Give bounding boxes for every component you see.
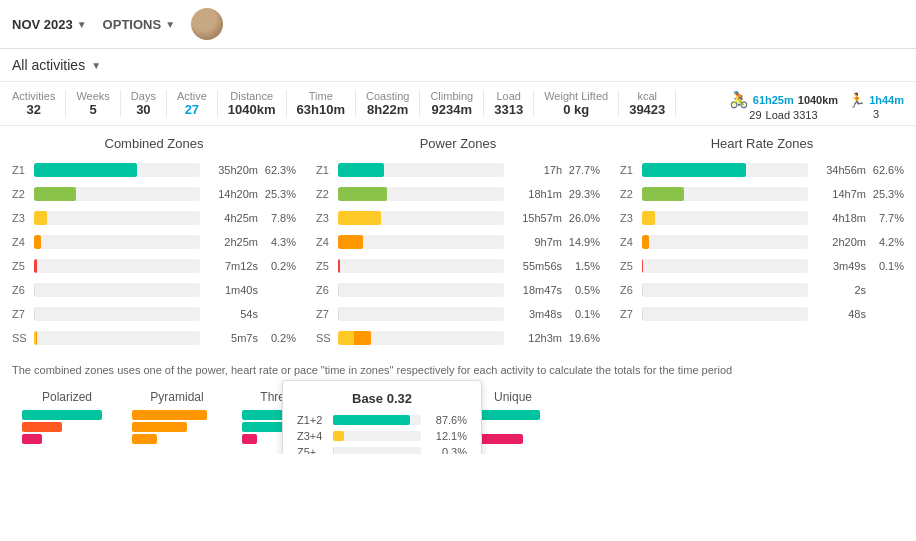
stat-days-value: 30: [136, 102, 150, 117]
stat-weight-value: 0 kg: [563, 102, 589, 117]
stat-days-label: Days: [131, 90, 156, 102]
dist-polarized-bars: [22, 410, 112, 444]
zone-row: Z7 3m48s 0.1%: [316, 303, 600, 325]
zones-description: The combined zones uses one of the power…: [12, 363, 904, 378]
zone-row: Z6 1m40s: [12, 279, 296, 301]
zone-row: Z3 4h18m 7.7%: [620, 207, 904, 229]
bike-icon: 🚴: [729, 90, 749, 109]
stat-coasting: Coasting 8h22m: [356, 90, 420, 117]
stat-kcal-value: 39423: [629, 102, 665, 117]
stat-weeks: Weeks 5: [66, 90, 120, 117]
tooltip-row: Z1+2 87.6%: [297, 414, 467, 426]
stat-active-value: 27: [185, 102, 199, 117]
combined-zones: Combined Zones Z1 35h20m 62.3% Z2 14h20m…: [12, 136, 296, 351]
stat-distance-value: 1040km: [228, 102, 276, 117]
zone-row: Z5 55m56s 1.5%: [316, 255, 600, 277]
options-chevron: ▼: [165, 19, 175, 30]
stat-time-value: 63h10m: [297, 102, 345, 117]
zone-row: Z2 14h20m 25.3%: [12, 183, 296, 205]
app-container: NOV 2023 ▼ OPTIONS ▼ All activities ▼ Ac…: [0, 0, 916, 454]
stat-weeks-value: 5: [90, 102, 97, 117]
activities-filter-bar: All activities ▼: [0, 49, 916, 82]
date-label: NOV 2023: [12, 17, 73, 32]
stat-activities-value: 32: [26, 102, 40, 117]
zone-row: Z5 3m49s 0.1%: [620, 255, 904, 277]
stat-activities-label: Activities: [12, 90, 55, 102]
dist-pyramidal: Pyramidal: [122, 390, 232, 444]
tooltip-row: Z3+4 12.1%: [297, 430, 467, 442]
stat-distance-label: Distance: [230, 90, 273, 102]
zone-row: SS 12h3m 19.6%: [316, 327, 600, 349]
stat-climbing: Climbing 9234m: [420, 90, 484, 117]
combined-zones-title: Combined Zones: [12, 136, 296, 151]
activities-chevron[interactable]: ▼: [91, 60, 101, 71]
tooltip-row: Z5+ 0.3%: [297, 446, 467, 454]
zone-row: Z7 54s: [12, 303, 296, 325]
dist-unique-label: Unique: [494, 390, 532, 404]
zone-row: Z1 35h20m 62.3%: [12, 159, 296, 181]
zone-row: Z2 14h7m 25.3%: [620, 183, 904, 205]
date-selector[interactable]: NOV 2023 ▼: [12, 17, 87, 32]
stat-active-label: Active: [177, 90, 207, 102]
stat-distance: Distance 1040km: [218, 90, 287, 117]
power-zones: Power Zones Z1 17h 27.7% Z2 18h1m 29.3% …: [316, 136, 600, 351]
stat-coasting-value: 8h22m: [367, 102, 408, 117]
stat-kcal: kcal 39423: [619, 90, 676, 117]
stat-time: Time 63h10m: [287, 90, 356, 117]
options-selector[interactable]: OPTIONS ▼: [103, 17, 175, 32]
zone-row: Z3 15h57m 26.0%: [316, 207, 600, 229]
bike-time: 61h25m: [753, 94, 794, 106]
stats-row: Activities 32 Weeks 5 Days 30 Active 27 …: [0, 82, 916, 126]
zones-container: Combined Zones Z1 35h20m 62.3% Z2 14h20m…: [12, 136, 904, 351]
main-content: Combined Zones Z1 35h20m 62.3% Z2 14h20m…: [0, 126, 916, 454]
zone-row: Z3 4h25m 7.8%: [12, 207, 296, 229]
run-count: 3: [873, 108, 879, 120]
header: NOV 2023 ▼ OPTIONS ▼: [0, 0, 916, 49]
zone-row: Z7 48s: [620, 303, 904, 325]
zone-row: Z6 2s: [620, 279, 904, 301]
heartrate-zones: Heart Rate Zones Z1 34h56m 62.6% Z2 14h7…: [620, 136, 904, 351]
bike-load: Load 3313: [766, 109, 818, 121]
stat-load-label: Load: [496, 90, 520, 102]
stat-load: Load 3313: [484, 90, 534, 117]
zone-row: Z2 18h1m 29.3%: [316, 183, 600, 205]
zone-row: SS 5m7s 0.2%: [12, 327, 296, 349]
power-zones-title: Power Zones: [316, 136, 600, 151]
tooltip-popup: Base 0.32 Z1+2 87.6% Z3+4 12.1% Z5+: [282, 380, 482, 454]
zone-row: Z4 2h20m 4.2%: [620, 231, 904, 253]
dist-pyramidal-bars: [132, 410, 222, 444]
zone-row: Z4 9h7m 14.9%: [316, 231, 600, 253]
stat-kcal-label: kcal: [637, 90, 657, 102]
avatar[interactable]: [191, 8, 223, 40]
date-chevron: ▼: [77, 19, 87, 30]
stat-load-value: 3313: [494, 102, 523, 117]
zone-row: Z1 34h56m 62.6%: [620, 159, 904, 181]
run-icon: 🏃: [848, 92, 865, 108]
tooltip-title: Base 0.32: [297, 391, 467, 406]
stat-weight: Weight Lifted 0 kg: [534, 90, 619, 117]
zone-row: Z4 2h25m 4.3%: [12, 231, 296, 253]
stat-active: Active 27: [167, 90, 218, 117]
dist-pyramidal-label: Pyramidal: [150, 390, 203, 404]
stat-climbing-value: 9234m: [432, 102, 472, 117]
stat-coasting-label: Coasting: [366, 90, 409, 102]
stat-time-label: Time: [309, 90, 333, 102]
run-time: 1h44m: [869, 94, 904, 106]
zone-row: Z5 7m12s 0.2%: [12, 255, 296, 277]
activities-label: All activities: [12, 57, 85, 73]
stat-weeks-label: Weeks: [76, 90, 109, 102]
heartrate-zones-title: Heart Rate Zones: [620, 136, 904, 151]
avatar-image: [191, 8, 223, 40]
stat-climbing-label: Climbing: [430, 90, 473, 102]
stat-days: Days 30: [121, 90, 167, 117]
options-label: OPTIONS: [103, 17, 162, 32]
stat-weight-label: Weight Lifted: [544, 90, 608, 102]
bike-stat: 🚴 61h25m 1040km 29 Load 3313: [729, 90, 838, 121]
run-stat: 🏃 1h44m 3: [848, 92, 904, 120]
dist-polarized-label: Polarized: [42, 390, 92, 404]
zone-row: Z1 17h 27.7%: [316, 159, 600, 181]
dist-polarized: Polarized: [12, 390, 122, 444]
bike-distance: 1040km: [798, 94, 838, 106]
distribution-section: Polarized Pyramidal Threshold: [12, 390, 904, 444]
zone-row: Z6 18m47s 0.5%: [316, 279, 600, 301]
